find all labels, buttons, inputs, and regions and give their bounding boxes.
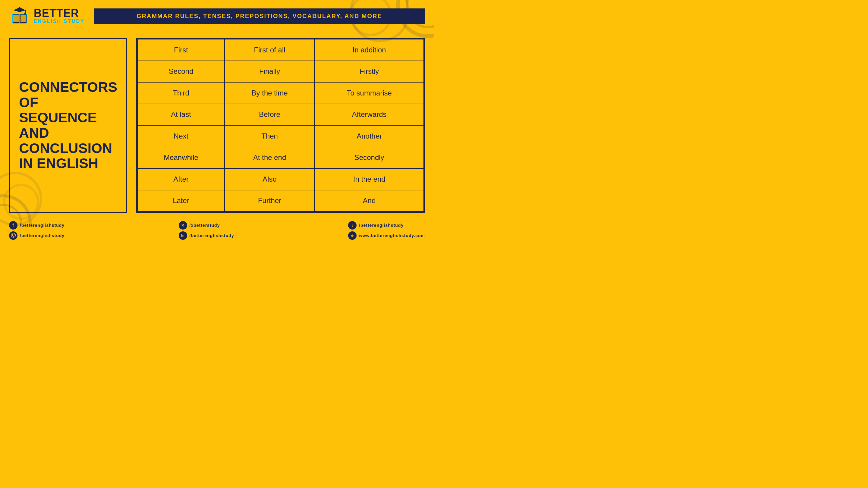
tumblr-handle: /betterenglishstudy [359, 223, 404, 228]
footer: f /betterenglishstudy Ⓒ /betterenglishst… [0, 219, 434, 243]
pinterest-handle: /betterenglishstudy [20, 233, 64, 238]
footer-linkedin[interactable]: in /betterenglishstudy [179, 231, 234, 240]
logo-icon [9, 5, 30, 27]
footer-tumblr[interactable]: t /betterenglishstudy [348, 221, 425, 230]
table-cell: In the end [315, 168, 424, 190]
svg-rect-9 [19, 14, 20, 23]
table-row: NextThenAnother [137, 125, 424, 147]
connectors-table-inner: FirstFirst of allIn additionSecondFinall… [137, 39, 424, 212]
table-cell: At last [137, 104, 224, 126]
table-row: AfterAlsoIn the end [137, 168, 424, 190]
logo-english-study: ENGLISH STUDY [34, 19, 85, 24]
table-cell: At the end [224, 147, 315, 169]
table-cell: Meanwhile [137, 147, 224, 169]
svg-rect-7 [13, 15, 19, 22]
main-title: CONNECTORS OF SEQUENCE AND CONCLUSION IN… [19, 79, 117, 171]
twitter-handle: /xbetterstudy [190, 223, 220, 228]
table-row: ThirdBy the timeTo summarise [137, 82, 424, 104]
table-row: LaterFurtherAnd [137, 190, 424, 212]
table-cell: Afterwards [315, 104, 424, 126]
deco-arc-svg [380, 0, 434, 45]
svg-point-12 [24, 13, 26, 14]
table-cell: Later [137, 190, 224, 212]
table-cell: First of all [224, 39, 315, 61]
logo-text: BETTER ENGLISH STUDY [34, 8, 85, 24]
table-cell: First [137, 39, 224, 61]
footer-pinterest[interactable]: Ⓒ /betterenglishstudy [9, 231, 64, 240]
table-cell: Further [224, 190, 315, 212]
logo-area: BETTER ENGLISH STUDY [9, 5, 85, 27]
svg-rect-13 [19, 7, 20, 10]
table-cell: To summarise [315, 82, 424, 104]
table-cell: After [137, 168, 224, 190]
footer-website[interactable]: ⊕ www.betterenglishstudy.com [348, 231, 425, 240]
table-cell: Finally [224, 61, 315, 83]
linkedin-icon: in [179, 231, 187, 240]
footer-twitter[interactable]: ✕ /xbetterstudy [179, 221, 234, 230]
table-row: MeanwhileAt the endSecondly [137, 147, 424, 169]
logo-better: BETTER [34, 8, 85, 19]
twitter-icon: ✕ [179, 221, 187, 230]
table-cell: Also [224, 168, 315, 190]
table-row: At lastBeforeAfterwards [137, 104, 424, 126]
table-cell: Another [315, 125, 424, 147]
website-url: www.betterenglishstudy.com [359, 233, 425, 238]
pinterest-icon: Ⓒ [9, 231, 18, 240]
main-content: CONNECTORS OF SEQUENCE AND CONCLUSION IN… [0, 32, 434, 219]
table-cell: Firstly [315, 61, 424, 83]
connectors-table: FirstFirst of allIn additionSecondFinall… [136, 38, 425, 213]
table-cell: Then [224, 125, 315, 147]
linkedin-handle: /betterenglishstudy [190, 233, 234, 238]
svg-rect-8 [21, 15, 26, 22]
table-cell: Secondly [315, 147, 424, 169]
footer-col-2: ✕ /xbetterstudy in /betterenglishstudy [179, 221, 234, 240]
table-cell: Before [224, 104, 315, 126]
table-cell: Next [137, 125, 224, 147]
table-cell: By the time [224, 82, 315, 104]
table-cell: Second [137, 61, 224, 83]
deco-arc-bottom-svg [0, 187, 39, 226]
table-row: SecondFinallyFirstly [137, 61, 424, 83]
table-cell: And [315, 190, 424, 212]
tumblr-icon: t [348, 221, 356, 230]
svg-point-3 [0, 205, 21, 226]
footer-col-3: t /betterenglishstudy ⊕ www.betterenglis… [348, 221, 425, 240]
table-cell: Third [137, 82, 224, 104]
svg-point-1 [407, 0, 434, 27]
web-icon: ⊕ [348, 231, 356, 240]
